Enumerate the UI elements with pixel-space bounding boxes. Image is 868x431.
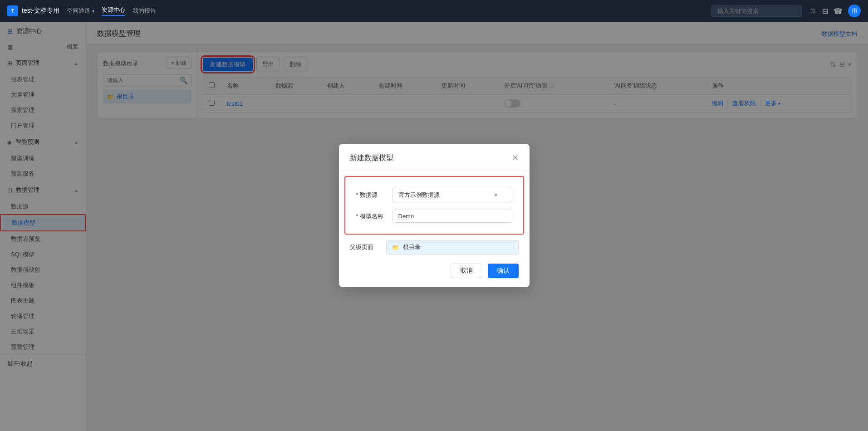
app-logo[interactable]: T test-文档专用: [7, 5, 59, 16]
model-name-control: [392, 210, 512, 223]
phone-icon[interactable]: ☎: [834, 7, 843, 15]
nav-right: ☺ ⊟ ☎ 用: [711, 5, 861, 17]
nav-icon-group: ☺ ⊟ ☎ 用: [809, 5, 861, 17]
nav-space-channel[interactable]: 空间通道 ▾: [67, 7, 94, 15]
modal-footer: 取消 确认: [339, 258, 530, 287]
logo-icon: T: [7, 5, 18, 16]
confirm-button[interactable]: 确认: [488, 264, 519, 278]
top-navigation: T test-文档专用 空间通道 ▾ 资源中心 我的报告 ☺ ⊟ ☎ 用: [0, 0, 868, 22]
folder-icon-modal: 📁: [392, 244, 399, 251]
notification-icon[interactable]: ☺: [809, 7, 817, 15]
modal-close-btn[interactable]: ✕: [512, 153, 519, 163]
nav-resource-center[interactable]: 资源中心: [102, 6, 125, 16]
model-name-label: * 模型名称: [356, 212, 392, 220]
nav-my-reports[interactable]: 我的报告: [132, 7, 156, 15]
datasource-select[interactable]: 官方示例数据源 ▾: [392, 188, 512, 202]
form-row-parent: 父级页面 📁 根目录: [339, 240, 530, 258]
create-model-modal: 新建数据模型 ✕ * 数据源 官方示例数据源 ▾ * 模型名称 父级页面: [339, 144, 530, 287]
modal-body: * 数据源 官方示例数据源 ▾ * 模型名称: [344, 176, 524, 235]
app-name: test-文档专用: [22, 7, 59, 15]
modal-title: 新建数据模型: [350, 153, 393, 163]
form-row-model-name: * 模型名称: [356, 210, 512, 223]
datasource-control: 官方示例数据源 ▾: [392, 188, 512, 202]
datasource-label: * 数据源: [356, 191, 392, 199]
bookmark-icon[interactable]: ⊟: [822, 7, 828, 15]
cancel-button[interactable]: 取消: [451, 264, 482, 278]
global-search-input[interactable]: [711, 5, 802, 17]
parent-page-label: 父级页面: [350, 243, 386, 251]
modal-header: 新建数据模型 ✕: [339, 144, 530, 171]
parent-page-row: 父级页面 📁 根目录: [350, 240, 519, 255]
model-name-input[interactable]: [392, 210, 512, 223]
datasource-chevron-icon: ▾: [495, 192, 497, 198]
parent-page-select[interactable]: 📁 根目录: [386, 240, 519, 255]
form-row-datasource: * 数据源 官方示例数据源 ▾: [356, 188, 512, 202]
user-avatar[interactable]: 用: [848, 5, 861, 17]
parent-page-control: 📁 根目录: [386, 240, 519, 255]
